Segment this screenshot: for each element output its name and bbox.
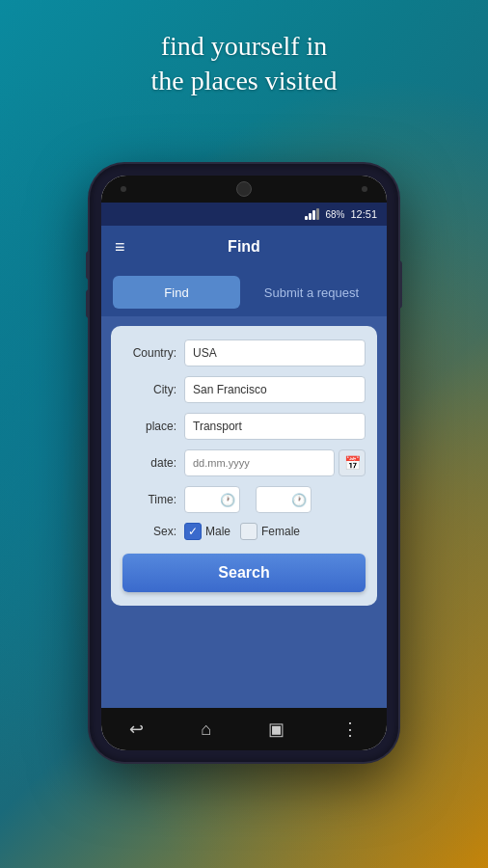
female-checkbox-group: Female xyxy=(240,523,300,540)
time-input-1[interactable]: 🕐 xyxy=(184,486,240,513)
phone-top-bar xyxy=(101,176,387,203)
male-checkbox[interactable]: ✓ xyxy=(184,523,202,540)
camera-dot xyxy=(121,186,126,192)
more-nav-icon[interactable]: ⋮ xyxy=(341,719,359,740)
speaker xyxy=(236,181,252,197)
back-nav-icon[interactable]: ↩ xyxy=(129,719,144,740)
app-header: ≡ Find xyxy=(101,226,387,268)
menu-icon[interactable]: ≡ xyxy=(115,237,125,258)
recents-nav-icon[interactable]: ▣ xyxy=(268,719,285,740)
female-checkbox[interactable] xyxy=(240,523,258,540)
signal-icon xyxy=(305,208,319,220)
country-input[interactable] xyxy=(184,339,366,366)
sex-row: Sex: ✓ Male Female xyxy=(122,523,366,540)
clock-icon-1: 🕐 xyxy=(220,493,235,507)
headline: find yourself in the places visited xyxy=(0,29,488,99)
home-nav-icon[interactable]: ⌂ xyxy=(201,719,211,740)
search-button[interactable]: Search xyxy=(122,554,366,592)
male-checkbox-group: ✓ Male xyxy=(184,523,230,540)
status-time: 12:51 xyxy=(350,208,377,220)
nav-bar: ↩ ⌂ ▣ ⋮ xyxy=(101,708,387,750)
country-row: Country: xyxy=(122,339,366,366)
place-row: place: xyxy=(122,413,366,440)
female-label: Female xyxy=(261,525,300,538)
time-label: Time: xyxy=(122,493,176,506)
front-camera xyxy=(362,186,367,192)
place-label: place: xyxy=(122,420,176,433)
date-row: date: 📅 xyxy=(122,449,366,476)
date-label: date: xyxy=(122,456,176,470)
country-label: Country: xyxy=(122,346,176,360)
status-bar: 68% 12:51 xyxy=(101,203,387,226)
city-input[interactable] xyxy=(184,376,366,403)
calendar-icon[interactable]: 📅 xyxy=(339,449,366,476)
city-row: City: xyxy=(122,376,366,403)
time-input-2[interactable]: 🕐 xyxy=(256,486,312,513)
tab-find[interactable]: Find xyxy=(113,276,240,309)
battery-level: 68% xyxy=(325,209,344,220)
form-card: Country: City: place: d xyxy=(111,326,377,606)
male-label: Male xyxy=(205,525,230,538)
tab-bar: Find Submit a request xyxy=(101,268,387,316)
clock-icon-2: 🕐 xyxy=(291,493,307,507)
form-container: Country: City: place: d xyxy=(101,316,387,708)
header-title: Find xyxy=(228,238,260,256)
tab-submit-request[interactable]: Submit a request xyxy=(248,276,375,309)
date-input[interactable] xyxy=(184,449,335,476)
place-input[interactable] xyxy=(184,413,366,440)
time-row: Time: 🕐 🕐 xyxy=(122,486,366,513)
sex-label: Sex: xyxy=(122,525,176,538)
city-label: City: xyxy=(122,383,176,396)
